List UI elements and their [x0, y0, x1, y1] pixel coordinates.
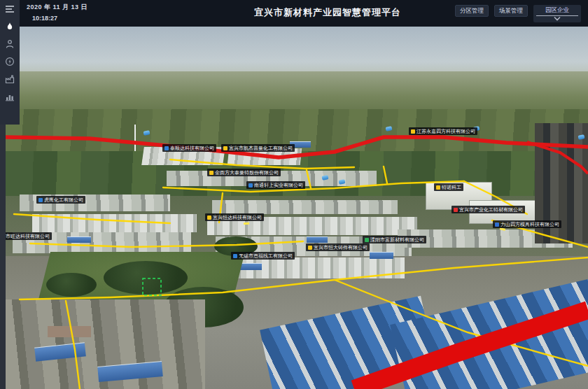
header-actions: 分区管理 场景管理 园区企业 [455, 5, 581, 22]
dropdown-label: 园区企业 [545, 6, 569, 15]
company-label-text: 泰顺达科技有限公司 [170, 146, 214, 150]
factory-icon[interactable] [5, 73, 15, 84]
company-label[interactable]: 宜兴市恒大铸件有限公司 [306, 243, 370, 251]
company-label[interactable]: 泰顺达科技有限公司 [162, 144, 216, 152]
company-label-text: 南通轩上实业有限公司 [254, 183, 303, 188]
company-label-text: 溧阳市富新材料有限公司 [370, 237, 424, 242]
factory-marker-icon [411, 129, 415, 134]
company-label-text: 宜兴市产业化工特材有限公司 [459, 207, 523, 212]
sidebar-edge-strip [0, 125, 6, 389]
factory-marker-icon [308, 246, 312, 250]
factory-marker-icon [233, 254, 237, 258]
selection-box[interactable] [143, 278, 161, 295]
factory-marker-icon [164, 146, 169, 150]
company-label[interactable]: 宜兴市凯杰普曼化工有限公司 [221, 144, 295, 152]
company-label[interactable]: 特诺科工 [434, 183, 463, 191]
datetime-panel: 2020 年 11 月 13 日 10:18:27 [27, 3, 88, 22]
energy-icon[interactable] [5, 56, 15, 66]
factory-marker-icon [365, 238, 369, 242]
company-label-text: 兴市旺达科技有限公司 [6, 234, 50, 239]
company-label[interactable]: 无锡市恩福线工有限公司 [231, 252, 295, 260]
map-3d-view[interactable]: 泰顺达科技有限公司 宜兴市凯杰普曼化工有限公司 金圆方大泰曼特股份有限公司 南通… [6, 27, 588, 389]
company-label[interactable]: 金圆方大泰曼特股份有限公司 [207, 169, 281, 176]
date-text: 2020 年 11 月 13 日 [27, 3, 88, 12]
scene-manage-button[interactable]: 场景管理 [494, 5, 528, 17]
bar-chart-icon[interactable] [5, 91, 15, 101]
red-road-ribbon [354, 310, 588, 389]
sidebar [0, 0, 20, 125]
factory-marker-icon [207, 215, 211, 220]
company-label-text: 无锡市恩福线工有限公司 [239, 253, 293, 258]
company-label[interactable]: 溧阳市富新材料有限公司 [363, 236, 426, 243]
park-enterprise-dropdown[interactable]: 园区企业 [533, 5, 581, 22]
factory-marker-icon [495, 222, 499, 227]
factory-marker-icon [209, 171, 214, 175]
app-window: 泰顺达科技有限公司 宜兴市凯杰普曼化工有限公司 金圆方大泰曼特股份有限公司 南通… [0, 0, 588, 389]
company-label-text: 金圆方大泰曼特股份有限公司 [215, 170, 279, 175]
company-label-text: 虎鹰化工有限公司 [44, 197, 83, 202]
company-label[interactable]: 兴市旺达科技有限公司 [6, 232, 52, 240]
company-label[interactable]: 江苏永嘉四方科技有限公司 [409, 127, 477, 135]
page-title: 宜兴市新材料产业园智慧管理平台 [230, 6, 426, 19]
time-text: 10:18:27 [32, 15, 88, 22]
company-label-text: 宜兴恒达科技有限公司 [213, 215, 262, 220]
company-label-text: 宜兴市恒大铸件有限公司 [314, 245, 368, 250]
company-label-text: 特诺科工 [442, 185, 461, 190]
factory-marker-icon [223, 146, 227, 150]
company-label[interactable]: 宜兴市产业化工特材有限公司 [451, 206, 525, 213]
company-label-text: 江苏永嘉四方科技有限公司 [416, 129, 475, 134]
chevron-down-icon [553, 16, 561, 21]
factory-marker-icon [38, 198, 43, 202]
person-icon[interactable] [5, 38, 15, 49]
factory-marker-icon [248, 183, 253, 188]
company-label[interactable]: 力山四方模具科技有限公司 [493, 220, 561, 228]
yellow-road-network [14, 160, 588, 389]
company-label-text: 力山四方模具科技有限公司 [500, 222, 559, 227]
fire-icon[interactable] [5, 21, 15, 31]
company-label[interactable]: 南通轩上实业有限公司 [246, 181, 305, 189]
partition-manage-button[interactable]: 分区管理 [455, 5, 489, 17]
company-label[interactable]: 宜兴恒达科技有限公司 [205, 213, 264, 221]
factory-marker-icon [454, 208, 458, 212]
company-label-text: 宜兴市凯杰普曼化工有限公司 [229, 146, 293, 150]
menu-icon[interactable] [5, 3, 15, 14]
factory-marker-icon [436, 185, 440, 190]
header-bar: 2020 年 11 月 13 日 10:18:27 宜兴市新材料产业园智慧管理平… [20, 0, 588, 27]
company-label[interactable]: 虎鹰化工有限公司 [36, 196, 85, 204]
